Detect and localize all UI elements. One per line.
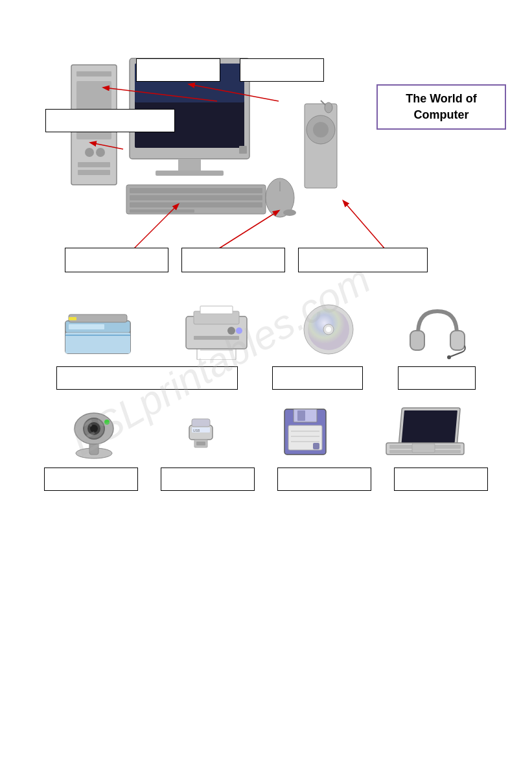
scanner-icon	[62, 308, 133, 360]
title-box: The World of Computer	[376, 84, 506, 130]
row2-labels	[26, 468, 506, 491]
svg-point-4	[96, 148, 105, 157]
computer-section	[26, 32, 506, 285]
peripherals-section: USB	[26, 298, 506, 491]
floppy-icon	[279, 403, 331, 461]
svg-rect-67	[196, 442, 205, 445]
svg-rect-36	[69, 314, 127, 322]
headphones-item	[405, 302, 470, 360]
svg-rect-77	[297, 410, 305, 421]
svg-rect-80	[401, 410, 457, 443]
label-box-1[interactable]	[136, 58, 220, 82]
label-box-2[interactable]	[240, 58, 324, 82]
laptop-item	[383, 403, 467, 461]
svg-rect-48	[194, 336, 239, 340]
svg-rect-54	[410, 331, 424, 350]
svg-rect-37	[69, 317, 76, 320]
webcam-item	[65, 403, 123, 461]
svg-point-23	[313, 122, 329, 137]
svg-point-46	[227, 327, 235, 335]
bottom-labels	[65, 248, 428, 272]
svg-point-3	[85, 148, 94, 157]
laptop-icon	[383, 403, 467, 461]
label-box-5[interactable]	[181, 248, 285, 272]
svg-point-25	[325, 102, 332, 113]
floppy-item	[279, 403, 331, 461]
svg-point-64	[104, 420, 110, 425]
svg-rect-11	[156, 171, 224, 176]
title-line2: Computer	[414, 108, 469, 121]
headphones-icon	[405, 302, 470, 360]
svg-rect-84	[412, 444, 435, 453]
svg-text:USB: USB	[193, 429, 200, 432]
row2-icons: USB	[26, 403, 506, 461]
label-box-6[interactable]	[298, 248, 428, 272]
cd-icon	[299, 302, 358, 360]
label-box-8[interactable]	[272, 366, 363, 390]
printer-item	[181, 298, 252, 360]
svg-rect-78	[313, 443, 319, 449]
usb-item: USB	[175, 406, 227, 458]
svg-rect-45	[200, 306, 233, 314]
svg-rect-55	[450, 331, 465, 350]
row1-icons	[26, 298, 506, 360]
webcam-icon	[65, 403, 123, 461]
svg-point-53	[326, 327, 331, 332]
label-box-3[interactable]	[45, 109, 175, 132]
svg-rect-6	[78, 170, 110, 175]
page: The World of Computer ESLprintables.com	[0, 0, 532, 758]
scanner-item	[62, 308, 133, 360]
label-box-13[interactable]	[394, 468, 488, 491]
svg-rect-15	[130, 195, 262, 200]
cd-item	[299, 302, 358, 360]
row1-labels	[26, 366, 506, 390]
svg-rect-17	[130, 209, 194, 213]
svg-line-31	[343, 201, 386, 250]
svg-point-47	[236, 327, 242, 334]
label-box-11[interactable]	[161, 468, 255, 491]
svg-rect-1	[76, 71, 111, 77]
svg-rect-12	[239, 146, 247, 154]
usb-icon: USB	[175, 406, 227, 458]
svg-point-20	[283, 209, 296, 216]
svg-rect-35	[65, 333, 130, 353]
svg-rect-5	[78, 162, 110, 167]
svg-point-56	[447, 355, 451, 359]
svg-rect-16	[130, 202, 262, 207]
svg-point-63	[89, 424, 92, 427]
label-box-10[interactable]	[44, 468, 138, 491]
title-line1: The World of	[406, 92, 477, 105]
label-box-9[interactable]	[398, 366, 476, 390]
printer-icon	[181, 298, 252, 360]
label-box-4[interactable]	[65, 248, 168, 272]
svg-rect-68	[192, 419, 210, 427]
label-box-7[interactable]	[56, 366, 238, 390]
svg-rect-34	[69, 324, 104, 329]
svg-rect-14	[130, 188, 262, 193]
svg-rect-10	[178, 159, 201, 172]
label-box-12[interactable]	[277, 468, 371, 491]
